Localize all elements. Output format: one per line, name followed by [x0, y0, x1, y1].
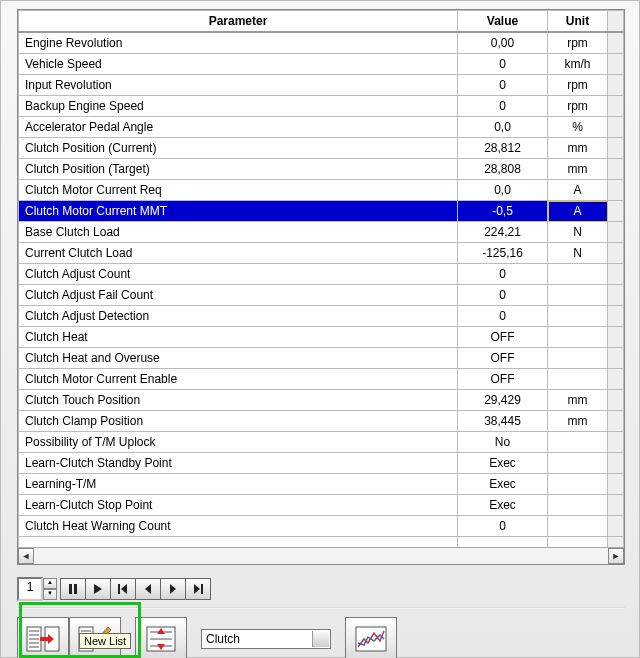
- table-row[interactable]: Clutch Clamp Position38,445mm: [19, 411, 624, 432]
- chevron-down-icon: [318, 636, 326, 641]
- scroll-gutter: [608, 516, 624, 537]
- value-cell: 0: [458, 516, 548, 537]
- scroll-gutter: [608, 495, 624, 516]
- scroll-gutter: [608, 369, 624, 390]
- spinner-down[interactable]: ▼: [43, 589, 57, 600]
- unit-cell: A: [548, 201, 608, 222]
- header-row: Parameter Value Unit: [19, 11, 624, 33]
- unit-cell: [548, 495, 608, 516]
- param-cell: Accelerator Pedal Angle: [19, 117, 458, 138]
- scroll-gutter: [608, 243, 624, 264]
- category-combo[interactable]: Clutch: [201, 629, 331, 649]
- value-cell: 0,0: [458, 117, 548, 138]
- param-cell: Clutch Adjust Fail Count: [19, 285, 458, 306]
- scroll-gutter: [608, 75, 624, 96]
- table-row[interactable]: Clutch Heat Warning Count0: [19, 516, 624, 537]
- unit-cell: A: [548, 180, 608, 201]
- table-row[interactable]: Clutch Position (Target)28,808mm: [19, 159, 624, 180]
- unit-cell: [548, 516, 608, 537]
- param-cell: Clutch Adjust Count: [19, 264, 458, 285]
- svg-rect-0: [69, 584, 72, 594]
- frame-spinner[interactable]: 1: [17, 577, 43, 601]
- table-row[interactable]: Clutch Heat and OveruseOFF: [19, 348, 624, 369]
- horizontal-scrollbar[interactable]: ◄ ►: [18, 547, 624, 564]
- value-cell: No: [458, 432, 548, 453]
- value-cell: 29,429: [458, 390, 548, 411]
- table-row[interactable]: Input Revolution0rpm: [19, 75, 624, 96]
- param-cell: Backup Engine Speed: [19, 96, 458, 117]
- value-cell: Exec: [458, 495, 548, 516]
- scroll-gutter: [608, 474, 624, 495]
- table-row[interactable]: Clutch Touch Position29,429mm: [19, 390, 624, 411]
- spinner-buttons: ▲ ▼: [43, 578, 57, 600]
- list-arrow-icon: [26, 625, 60, 653]
- scroll-right-button[interactable]: ►: [608, 548, 624, 564]
- scroll-left-button[interactable]: ◄: [18, 548, 34, 564]
- value-cell: 0,0: [458, 180, 548, 201]
- play-button[interactable]: [85, 578, 111, 600]
- param-cell: Engine Revolution: [19, 32, 458, 54]
- chart-icon: [354, 625, 388, 653]
- param-cell: Current Clutch Load: [19, 243, 458, 264]
- table-row[interactable]: Clutch Adjust Fail Count0: [19, 285, 624, 306]
- prev-button[interactable]: [135, 578, 161, 600]
- table-row[interactable]: Vehicle Speed0km/h: [19, 54, 624, 75]
- table-row[interactable]: Learning-T/MExec: [19, 474, 624, 495]
- table-row[interactable]: Clutch Adjust Detection0: [19, 306, 624, 327]
- spinner-up[interactable]: ▲: [43, 578, 57, 589]
- unit-cell: [548, 264, 608, 285]
- scroll-gutter: [608, 285, 624, 306]
- unit-cell: mm: [548, 390, 608, 411]
- table-row[interactable]: Accelerator Pedal Angle0,0%: [19, 117, 624, 138]
- unit-cell: km/h: [548, 54, 608, 75]
- divider: [17, 607, 625, 609]
- param-cell: Input Revolution: [19, 75, 458, 96]
- unit-cell: [548, 285, 608, 306]
- param-cell: Clutch Motor Current Enable: [19, 369, 458, 390]
- unit-cell: mm: [548, 159, 608, 180]
- value-cell: 0: [458, 285, 548, 306]
- parameter-table[interactable]: Parameter Value Unit Engine Revolution0,…: [18, 10, 624, 565]
- value-cell: 224,21: [458, 222, 548, 243]
- scroll-gutter: [608, 138, 624, 159]
- pause-button[interactable]: [60, 578, 86, 600]
- table-row[interactable]: Engine Revolution0,00rpm: [19, 32, 624, 54]
- table-row[interactable]: Backup Engine Speed0rpm: [19, 96, 624, 117]
- param-cell: Possibility of T/M Uplock: [19, 432, 458, 453]
- unit-cell: [548, 474, 608, 495]
- first-button[interactable]: [110, 578, 136, 600]
- table-row[interactable]: Clutch Position (Current)28,812mm: [19, 138, 624, 159]
- table-row[interactable]: Clutch Motor Current Req0,0A: [19, 180, 624, 201]
- graph-button[interactable]: [345, 617, 397, 658]
- table-row[interactable]: Clutch Motor Current EnableOFF: [19, 369, 624, 390]
- svg-marker-4: [121, 584, 127, 594]
- unit-cell: rpm: [548, 96, 608, 117]
- table-row[interactable]: Learn-Clutch Stop PointExec: [19, 495, 624, 516]
- table-row[interactable]: Current Clutch Load-125,16N: [19, 243, 624, 264]
- param-cell: Learning-T/M: [19, 474, 458, 495]
- next-button[interactable]: [160, 578, 186, 600]
- unit-cell: N: [548, 243, 608, 264]
- scroll-track[interactable]: [34, 548, 608, 564]
- table-row[interactable]: Base Clutch Load224,21N: [19, 222, 624, 243]
- header-parameter[interactable]: Parameter: [19, 11, 458, 33]
- sort-list-button[interactable]: [135, 617, 187, 658]
- scroll-gutter: [608, 453, 624, 474]
- new-list-button[interactable]: [17, 617, 69, 658]
- table-row[interactable]: Clutch Adjust Count0: [19, 264, 624, 285]
- param-cell: Clutch Position (Current): [19, 138, 458, 159]
- unit-cell: [548, 348, 608, 369]
- tooltip: New List: [79, 633, 131, 649]
- scroll-gutter: [608, 264, 624, 285]
- controls-area: 1 ▲ ▼: [17, 577, 625, 649]
- table-row[interactable]: Possibility of T/M UplockNo: [19, 432, 624, 453]
- header-value[interactable]: Value: [458, 11, 548, 33]
- last-button[interactable]: [185, 578, 211, 600]
- header-unit[interactable]: Unit: [548, 11, 608, 33]
- table-row[interactable]: Clutch HeatOFF: [19, 327, 624, 348]
- table-row[interactable]: Clutch Motor Current MMT-0,5A: [19, 201, 624, 222]
- table-row[interactable]: Learn-Clutch Standby PointExec: [19, 453, 624, 474]
- unit-cell: [548, 327, 608, 348]
- value-cell: -0,5: [458, 201, 548, 222]
- scroll-gutter: [608, 432, 624, 453]
